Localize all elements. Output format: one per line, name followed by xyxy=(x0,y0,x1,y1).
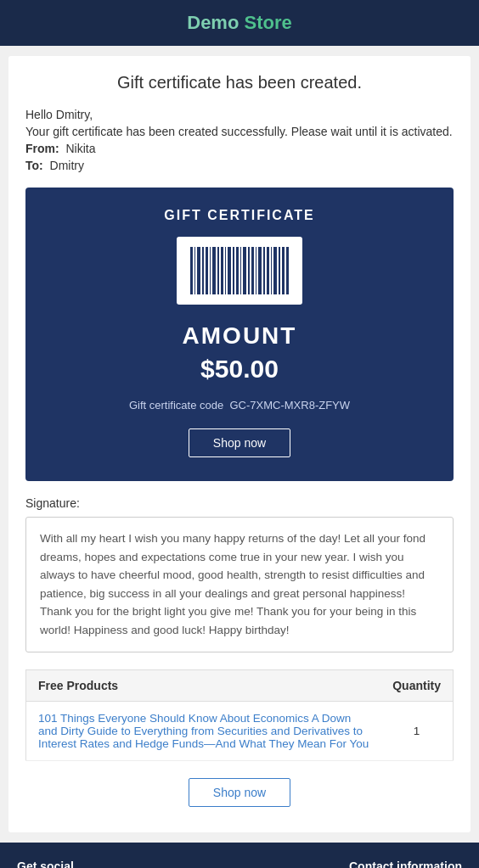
header-store: Store xyxy=(245,12,292,33)
gc-label: GIFT CERTIFICATE xyxy=(42,208,437,223)
to-line: To: Dmitry xyxy=(25,159,454,172)
from-value: Nikita xyxy=(65,142,95,155)
svg-rect-7 xyxy=(217,247,219,294)
gc-code-value: GC-7XMC-MXR8-ZFYW xyxy=(229,399,350,412)
svg-rect-1 xyxy=(194,247,195,294)
greeting-message: Your gift certificate has been created s… xyxy=(25,125,454,138)
shop-now-button-cert[interactable]: Shop now xyxy=(189,428,290,457)
svg-rect-20 xyxy=(267,247,269,294)
site-header: Demo Store xyxy=(0,0,479,46)
svg-rect-2 xyxy=(197,247,200,294)
svg-rect-17 xyxy=(256,247,256,294)
svg-rect-18 xyxy=(258,247,262,294)
gift-certificate-box: GIFT CERTIFICATE xyxy=(25,188,454,481)
table-row: 101 Things Everyone Should Know About Ec… xyxy=(26,701,454,760)
barcode-icon xyxy=(189,245,290,296)
gc-amount-value: $50.00 xyxy=(42,355,437,384)
signature-text: With all my heart I wish you many happy … xyxy=(25,517,454,652)
footer-social-title: Get social xyxy=(17,860,240,868)
header-demo: Demo xyxy=(187,12,239,33)
main-card: Gift certificate has been created. Hello… xyxy=(8,56,471,832)
svg-rect-19 xyxy=(263,247,265,294)
gc-code: Gift certificate code GC-7XMC-MXR8-ZFYW xyxy=(42,399,437,412)
svg-rect-3 xyxy=(202,247,204,294)
free-products-table: Free Products Quantity 101 Things Everyo… xyxy=(25,669,454,761)
barcode-wrapper xyxy=(177,237,302,305)
footer-contact-title: Contact information xyxy=(240,860,462,868)
table-header-product: Free Products xyxy=(26,669,381,701)
svg-rect-15 xyxy=(248,247,250,294)
svg-rect-14 xyxy=(243,247,246,294)
from-line: From: Nikita xyxy=(25,142,454,155)
bottom-shop-now-wrap: Shop now xyxy=(25,778,454,807)
svg-rect-22 xyxy=(273,247,277,294)
footer-social: Get social f t 📷 ▶ xyxy=(17,860,240,868)
svg-rect-13 xyxy=(240,247,241,294)
svg-rect-5 xyxy=(210,247,211,294)
table-header-qty: Quantity xyxy=(380,669,453,701)
svg-rect-25 xyxy=(286,247,289,294)
svg-rect-11 xyxy=(233,247,234,294)
svg-rect-0 xyxy=(190,247,193,294)
product-name-cell: 101 Things Everyone Should Know About Ec… xyxy=(26,701,381,760)
svg-rect-4 xyxy=(206,247,208,294)
site-footer: Get social f t 📷 ▶ Contact information 4… xyxy=(0,843,479,868)
svg-rect-16 xyxy=(251,247,254,294)
shop-now-button-bottom[interactable]: Shop now xyxy=(189,778,290,807)
svg-rect-9 xyxy=(225,247,226,294)
from-label: From: xyxy=(25,142,59,155)
signature-label: Signature: xyxy=(25,496,454,510)
svg-rect-21 xyxy=(271,247,272,294)
gc-code-prefix: Gift certificate code xyxy=(129,399,223,412)
svg-rect-10 xyxy=(228,247,231,294)
to-label: To: xyxy=(25,159,43,172)
page-title: Gift certificate has been created. xyxy=(25,73,454,92)
svg-rect-8 xyxy=(221,247,223,294)
svg-rect-12 xyxy=(236,247,239,294)
svg-rect-6 xyxy=(212,247,216,294)
svg-rect-24 xyxy=(282,247,285,294)
product-link[interactable]: 101 Things Everyone Should Know About Ec… xyxy=(38,712,369,750)
product-qty-cell: 1 xyxy=(380,701,453,760)
gc-amount-label: AMOUNT xyxy=(42,322,437,350)
to-value: Dmitry xyxy=(50,159,84,172)
greeting-hello: Hello Dmitry, xyxy=(25,108,454,121)
svg-rect-23 xyxy=(279,247,280,294)
footer-contact: Contact information 44 Main street, Bost… xyxy=(240,860,462,868)
greeting-section: Hello Dmitry, Your gift certificate has … xyxy=(25,108,454,172)
